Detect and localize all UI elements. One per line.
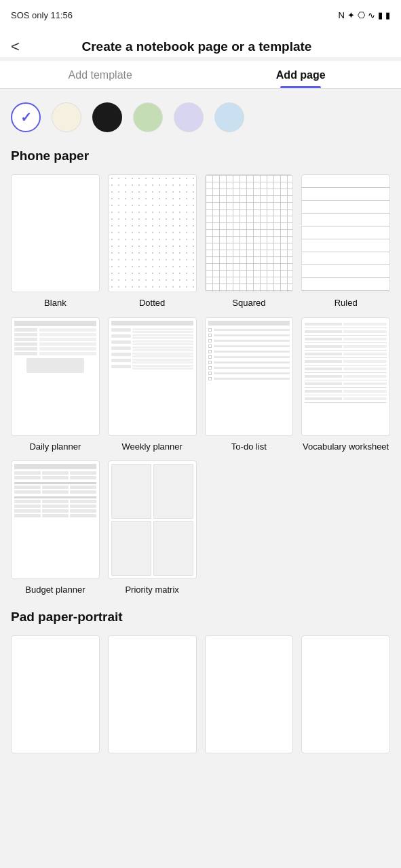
template-label-squared: Squared <box>232 298 265 309</box>
template-label-blank: Blank <box>44 298 66 309</box>
template-thumb-daily <box>11 317 100 435</box>
status-right-icons: N ✦ ⎔ ∿ ▮ ▮ <box>339 10 390 20</box>
template-vocab[interactable]: Vocabulary worksheet <box>301 317 390 452</box>
template-thumb-vocab <box>301 317 390 435</box>
tab-add-template[interactable]: Add template <box>0 61 201 88</box>
template-todo[interactable]: To-do list <box>205 317 294 452</box>
nfc-icon: N <box>339 10 345 20</box>
color-selector: ✓ <box>11 102 390 132</box>
status-bar: SOS only 11:56 N ✦ ⎔ ∿ ▮ ▮ <box>0 0 401 30</box>
color-lightblue[interactable] <box>214 102 244 132</box>
quadrant-4 <box>153 521 193 576</box>
pad-paper-row1 <box>11 635 390 753</box>
color-white[interactable]: ✓ <box>11 102 41 132</box>
color-green[interactable] <box>133 102 163 132</box>
template-thumb-dotted <box>108 174 197 292</box>
phone-paper-row2: Daily planner Weekly planner <box>11 317 390 452</box>
wifi-icon: ∿ <box>368 10 375 20</box>
template-thumb-weekly <box>108 317 197 435</box>
template-thumb-ruled <box>301 174 390 292</box>
header: < Create a notebook page or a template <box>0 30 401 57</box>
template-thumb-budget <box>11 460 100 578</box>
battery-icon: ▮ <box>385 10 390 20</box>
template-label-priority: Priority matrix <box>125 585 178 596</box>
template-thumb-squared <box>205 174 294 292</box>
template-squared[interactable]: Squared <box>205 174 294 309</box>
pad-paper-title: Pad paper-portrait <box>11 610 390 625</box>
template-thumb-pad-squared <box>205 635 294 753</box>
template-thumb-blank <box>11 174 100 292</box>
vibrate-icon: ⎔ <box>358 10 365 20</box>
page-title: Create a notebook page or a template <box>25 39 390 56</box>
color-lavender[interactable] <box>174 102 204 132</box>
template-budget[interactable]: Budget planner <box>11 460 100 595</box>
quadrant-2 <box>153 464 193 519</box>
template-ruled[interactable]: Ruled <box>301 174 390 309</box>
bluetooth-icon: ✦ <box>347 10 355 20</box>
template-daily-planner[interactable]: Daily planner <box>11 317 100 452</box>
phone-paper-title: Phone paper <box>11 149 390 163</box>
status-left-text: SOS only 11:56 <box>11 10 73 20</box>
template-blank[interactable]: Blank <box>11 174 100 309</box>
template-weekly-planner[interactable]: Weekly planner <box>108 317 197 452</box>
template-pad-blank[interactable] <box>11 635 100 753</box>
template-label-weekly: Weekly planner <box>121 441 182 453</box>
template-thumb-todo <box>205 317 294 435</box>
color-black[interactable] <box>92 102 122 132</box>
template-pad-dotted[interactable] <box>108 635 197 753</box>
quadrant-3 <box>111 521 151 576</box>
template-dotted[interactable]: Dotted <box>108 174 197 309</box>
content-area: ✓ Phone paper Blank Dotted Squared <box>0 89 401 781</box>
back-button[interactable]: < <box>11 37 25 57</box>
template-pad-ruled[interactable] <box>301 635 390 753</box>
phone-paper-section: Phone paper Blank Dotted Squared Ruled <box>11 149 390 596</box>
template-label-todo: To-do list <box>231 441 267 453</box>
phone-paper-row1: Blank Dotted Squared Ruled <box>11 174 390 309</box>
pad-paper-section: Pad paper-portrait <box>11 610 390 753</box>
quadrant-1 <box>111 464 151 519</box>
template-priority-matrix[interactable]: Priority matrix <box>108 460 197 595</box>
template-thumb-pad-dotted <box>108 635 197 753</box>
check-icon: ✓ <box>20 109 32 125</box>
template-thumb-pad-blank <box>11 635 100 753</box>
phone-paper-row3: Budget planner Priority matrix <box>11 460 390 595</box>
template-pad-squared[interactable] <box>205 635 294 753</box>
color-cream[interactable] <box>52 102 81 132</box>
template-thumb-pad-ruled <box>301 635 390 753</box>
tab-bar: Add template Add page <box>0 61 401 89</box>
tab-add-page[interactable]: Add page <box>201 61 402 88</box>
template-thumb-priority <box>108 460 197 578</box>
template-label-daily: Daily planner <box>29 441 81 453</box>
battery-low-icon: ▮ <box>378 10 383 20</box>
template-label-ruled: Ruled <box>335 298 358 309</box>
template-label-budget: Budget planner <box>25 585 85 596</box>
template-label-dotted: Dotted <box>139 298 165 309</box>
template-label-vocab: Vocabulary worksheet <box>303 441 389 453</box>
